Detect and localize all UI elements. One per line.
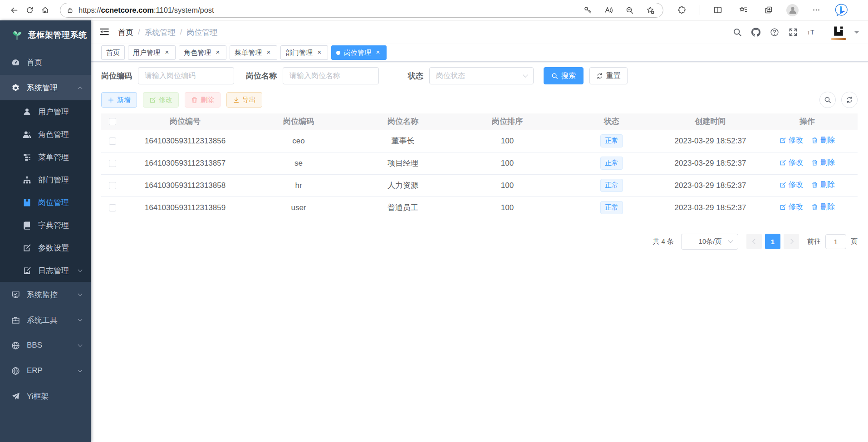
sidebar-item-yi-framework[interactable]: Yi框架 bbox=[0, 383, 91, 409]
row-edit-button[interactable]: 修改 bbox=[780, 136, 803, 145]
password-key-icon[interactable] bbox=[582, 5, 593, 15]
column-header: 创建时间 bbox=[664, 113, 757, 130]
row-delete-button[interactable]: 删除 bbox=[811, 158, 835, 167]
sidebar-item-system-monitor[interactable]: 系统监控 bbox=[0, 282, 91, 307]
page-size-select[interactable]: 10条/页 bbox=[681, 234, 738, 250]
close-icon[interactable]: × bbox=[163, 49, 171, 56]
close-icon[interactable]: × bbox=[374, 49, 382, 56]
refresh-table-button[interactable] bbox=[841, 92, 858, 108]
row-checkbox[interactable] bbox=[109, 138, 116, 145]
browser-refresh-button[interactable] bbox=[22, 2, 37, 18]
browser-home-button[interactable] bbox=[37, 2, 53, 18]
sidebar-item-system-management[interactable]: 系统管理 bbox=[0, 75, 91, 100]
sidebar-item-erp[interactable]: ERP bbox=[0, 358, 91, 383]
reset-button[interactable]: 重置 bbox=[589, 67, 628, 84]
home-icon bbox=[41, 6, 49, 15]
edit-button[interactable]: 修改 bbox=[143, 92, 179, 108]
post-code-label: 岗位编码 bbox=[101, 71, 132, 81]
github-icon[interactable] bbox=[749, 25, 763, 39]
row-delete-button[interactable]: 删除 bbox=[811, 180, 835, 190]
edit-icon bbox=[780, 137, 786, 144]
cell-post-sort: 100 bbox=[455, 130, 559, 152]
column-header: 状态 bbox=[559, 113, 664, 130]
sidebar-item-param-settings[interactable]: 参数设置 bbox=[0, 236, 91, 259]
next-page-button[interactable] bbox=[784, 234, 799, 249]
breadcrumb-item[interactable]: 首页 bbox=[118, 27, 133, 38]
row-checkbox[interactable] bbox=[109, 204, 116, 211]
lock-icon[interactable] bbox=[67, 7, 74, 14]
prev-page-button[interactable] bbox=[746, 234, 762, 249]
app-header: 首页/系统管理/岗位管理 TT bbox=[91, 20, 868, 44]
row-edit-button[interactable]: 修改 bbox=[780, 180, 803, 190]
help-question-icon[interactable] bbox=[767, 25, 782, 39]
browser-menu-icon[interactable] bbox=[809, 2, 824, 18]
zoom-out-icon[interactable] bbox=[624, 5, 635, 15]
row-delete-button[interactable]: 删除 bbox=[811, 202, 835, 212]
tab-post-management[interactable]: 岗位管理× bbox=[331, 45, 387, 60]
sidebar-fold-icon[interactable] bbox=[99, 26, 111, 38]
edit-icon bbox=[149, 97, 156, 103]
header-search-icon[interactable] bbox=[730, 25, 745, 39]
close-icon[interactable]: × bbox=[316, 49, 323, 56]
fullscreen-icon[interactable] bbox=[786, 25, 800, 39]
status-select[interactable]: 岗位状态 bbox=[429, 67, 534, 84]
search-icon bbox=[551, 73, 558, 79]
add-favorite-icon[interactable] bbox=[645, 5, 656, 15]
tab-user-management[interactable]: 用户管理× bbox=[128, 45, 176, 60]
post-name-input[interactable] bbox=[283, 67, 379, 84]
sidebar-item-role-management[interactable]: 角色管理 bbox=[0, 123, 91, 146]
sidebar-item-dept-management[interactable]: 部门管理 bbox=[0, 168, 91, 191]
bing-chat-icon[interactable] bbox=[834, 2, 849, 18]
chevron-down-icon bbox=[78, 291, 83, 296]
row-checkbox[interactable] bbox=[109, 182, 116, 189]
sidebar-item-menu-management[interactable]: 菜单管理 bbox=[0, 146, 91, 168]
cell-post-code: hr bbox=[246, 174, 351, 196]
address-book-icon bbox=[23, 198, 31, 207]
sidebar-item-post-management[interactable]: 岗位管理 bbox=[0, 191, 91, 214]
extensions-puzzle-icon[interactable] bbox=[674, 2, 690, 18]
trash-icon bbox=[811, 182, 818, 188]
row-edit-button[interactable]: 修改 bbox=[780, 158, 803, 167]
user-icon bbox=[23, 108, 31, 116]
delete-button[interactable]: 删除 bbox=[185, 92, 221, 108]
address-bar[interactable]: https://ccnetcore.com:1101/system/post bbox=[60, 3, 663, 18]
sidebar-menu: 首页系统管理用户管理角色管理菜单管理部门管理岗位管理字典管理参数设置日志管理系统… bbox=[0, 49, 91, 442]
select-all-checkbox[interactable] bbox=[109, 118, 116, 125]
collections-icon[interactable] bbox=[761, 2, 776, 18]
column-header: 岗位名称 bbox=[351, 113, 455, 130]
tab-dept-management[interactable]: 部门管理× bbox=[280, 45, 328, 60]
row-checkbox[interactable] bbox=[109, 160, 116, 167]
search-button[interactable]: 搜索 bbox=[544, 67, 584, 84]
browser-back-button[interactable] bbox=[6, 2, 22, 18]
browser-profile-avatar[interactable] bbox=[786, 4, 799, 16]
close-icon[interactable]: × bbox=[265, 49, 272, 56]
svg-text:T: T bbox=[810, 29, 814, 36]
chevron-down-icon[interactable] bbox=[854, 31, 859, 36]
sidebar-item-system-tools[interactable]: 系统工具 bbox=[0, 307, 91, 333]
tab-home[interactable]: 首页 bbox=[101, 45, 125, 60]
font-size-icon[interactable]: TT bbox=[804, 25, 819, 39]
row-delete-button[interactable]: 删除 bbox=[811, 136, 835, 145]
sidebar-item-log-management[interactable]: 日志管理 bbox=[0, 259, 91, 282]
favorites-bar-icon[interactable] bbox=[736, 2, 751, 18]
tab-role-management[interactable]: 角色管理× bbox=[179, 45, 226, 60]
sidebar-item-dict-management[interactable]: 字典管理 bbox=[0, 214, 91, 236]
sidebar-item-bbs[interactable]: BBS bbox=[0, 333, 91, 358]
close-icon[interactable]: × bbox=[214, 49, 221, 56]
chevron-down-icon bbox=[728, 238, 733, 243]
org-tree-icon bbox=[23, 176, 31, 184]
tab-menu-management[interactable]: 菜单管理× bbox=[230, 45, 277, 60]
page-number-current[interactable]: 1 bbox=[765, 234, 780, 249]
goto-page-input[interactable] bbox=[825, 234, 846, 249]
post-code-input[interactable] bbox=[138, 67, 234, 84]
sidebar-item-user-management[interactable]: 用户管理 bbox=[0, 100, 91, 123]
export-button[interactable]: 导出 bbox=[226, 92, 262, 108]
sidebar-item-home[interactable]: 首页 bbox=[0, 49, 91, 75]
split-screen-icon[interactable] bbox=[710, 2, 726, 18]
add-button[interactable]: 新增 bbox=[101, 92, 137, 108]
table-body: 1641030593112313856ceo董事长100正常2023-03-29… bbox=[101, 130, 858, 219]
user-avatar[interactable] bbox=[829, 22, 848, 42]
show-search-button[interactable] bbox=[819, 92, 836, 108]
read-aloud-icon[interactable] bbox=[603, 5, 614, 15]
row-edit-button[interactable]: 修改 bbox=[780, 202, 803, 212]
